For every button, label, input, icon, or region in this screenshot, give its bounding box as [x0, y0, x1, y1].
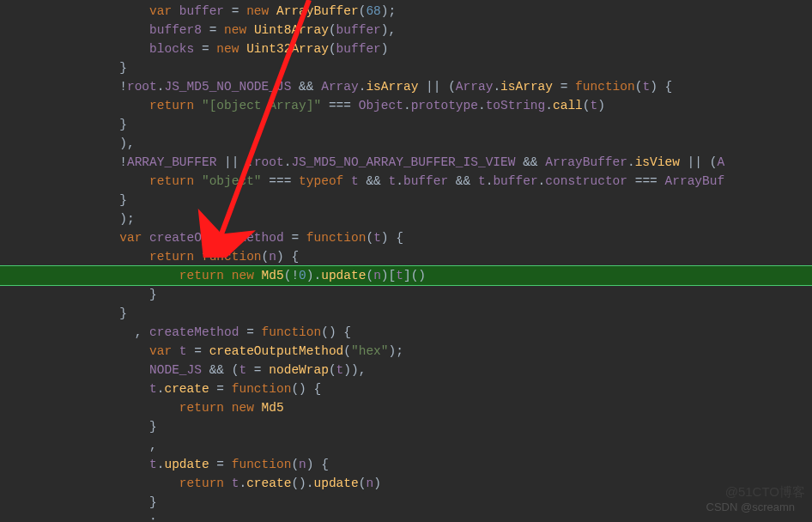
code-token: !: [119, 80, 127, 94]
code-token: nodeWrap: [269, 363, 329, 377]
code-token: [224, 269, 232, 282]
code-line[interactable]: return new Md5: [0, 398, 812, 417]
code-token: ): [373, 476, 381, 490]
code-token: && (: [202, 363, 239, 377]
code-line[interactable]: !ARRAY_BUFFER || !root.JS_MD5_NO_ARRAY_B…: [0, 153, 812, 172]
code-token: prototype: [411, 99, 478, 112]
code-line[interactable]: ),: [0, 134, 812, 153]
code-token: || (: [680, 155, 718, 169]
code-token: toString: [486, 99, 546, 112]
code-line[interactable]: }: [0, 58, 812, 77]
code-line[interactable]: }: [0, 304, 812, 323]
code-token: [239, 42, 246, 56]
code-token: var: [119, 231, 142, 245]
code-token: (: [583, 99, 591, 112]
code-token: function: [232, 458, 292, 471]
code-editor[interactable]: var buffer = new ArrayBuffer(68); buffer…: [0, 0, 812, 522]
code-line[interactable]: blocks = new Uint32Array(buffer): [0, 39, 812, 58]
code-token: NODE_JS: [149, 363, 202, 377]
code-token: constructor: [545, 174, 627, 188]
code-token: buffer: [336, 23, 381, 37]
code-token: .: [239, 476, 246, 490]
code-token: 68: [366, 4, 380, 18]
code-token: buffer: [493, 174, 537, 188]
code-token: new: [232, 401, 254, 415]
code-line[interactable]: , createMethod = function() {: [0, 323, 812, 342]
code-line[interactable]: return "object" === typeof t && t.buffer…: [0, 172, 812, 191]
code-token: [224, 476, 232, 490]
code-token: (: [291, 458, 299, 471]
code-token: [172, 4, 179, 18]
code-token: return: [179, 476, 224, 490]
code-line[interactable]: return "[object Array]" === Object.proto…: [0, 96, 812, 115]
code-token: &&: [291, 80, 321, 94]
code-token: =: [209, 382, 232, 396]
code-token: function: [262, 325, 322, 339]
code-token: ),: [119, 137, 134, 150]
code-token: (: [329, 363, 336, 377]
code-token: ): [381, 42, 389, 56]
code-token: update: [164, 458, 209, 471]
code-token: );: [119, 212, 134, 226]
code-line[interactable]: t.update = function(n) {: [0, 455, 812, 474]
code-token: ;: [149, 514, 157, 522]
code-line[interactable]: t.create = function() {: [0, 379, 812, 398]
code-token: function: [202, 250, 262, 264]
code-token: createMethod: [149, 325, 239, 339]
code-token: ().: [291, 476, 313, 490]
code-line[interactable]: return function(n) {: [0, 247, 812, 266]
code-token: (: [262, 250, 270, 264]
code-line[interactable]: var t = createOutputMethod("hex");: [0, 342, 812, 361]
code-token: ) {: [381, 231, 403, 245]
code-token: .: [627, 155, 635, 169]
code-token: .: [396, 174, 403, 188]
code-line[interactable]: return new Md5(!0).update(n)[t](): [0, 265, 812, 286]
code-token: =: [553, 80, 575, 94]
code-token: update: [314, 476, 359, 490]
code-token: t: [149, 382, 157, 396]
code-line[interactable]: var buffer = new ArrayBuffer(68);: [0, 2, 812, 21]
code-line[interactable]: ;: [0, 512, 812, 522]
code-line[interactable]: return t.create().update(n): [0, 474, 812, 493]
code-token: ](): [403, 269, 426, 282]
code-token: [142, 231, 149, 245]
code-token: ,: [135, 325, 149, 339]
code-line[interactable]: NODE_JS && (t = nodeWrap(t)),: [0, 361, 812, 379]
code-token: call: [553, 99, 583, 112]
code-token: function: [306, 231, 367, 245]
code-token: =: [194, 42, 216, 56]
code-token: t: [373, 231, 381, 245]
code-token: n: [299, 458, 306, 471]
code-token: &&: [515, 155, 545, 169]
code-line[interactable]: }: [0, 191, 812, 209]
code-token: new: [224, 23, 246, 37]
code-token: t: [591, 99, 598, 112]
code-token: (: [366, 231, 373, 245]
code-token: t: [642, 80, 650, 94]
code-token: Uint32Array: [246, 42, 329, 56]
code-token: (: [329, 23, 336, 37]
code-token: new: [216, 42, 239, 56]
code-line[interactable]: }: [0, 417, 812, 436]
code-line[interactable]: }: [0, 285, 812, 304]
code-token: &&: [359, 174, 389, 188]
code-line[interactable]: buffer8 = new Uint8Array(buffer),: [0, 21, 812, 39]
code-line[interactable]: }: [0, 115, 812, 134]
code-token: .: [493, 80, 500, 94]
code-token: root: [254, 155, 284, 169]
code-token: [246, 23, 254, 37]
code-token: Md5: [262, 269, 284, 282]
code-line[interactable]: }: [0, 493, 812, 512]
code-token: [172, 344, 179, 358]
code-line[interactable]: );: [0, 209, 812, 228]
code-token: t: [149, 458, 157, 471]
code-line[interactable]: var createOutputMethod = function(t) {: [0, 228, 812, 247]
code-token: .: [403, 99, 411, 112]
code-token: =: [202, 23, 224, 37]
code-token: [194, 174, 202, 188]
code-line[interactable]: ,: [0, 436, 812, 455]
code-token: ,: [149, 439, 157, 452]
code-token: [269, 4, 276, 18]
code-line[interactable]: !root.JS_MD5_NO_NODE_JS && Array.isArray…: [0, 77, 812, 96]
code-token: n: [373, 269, 381, 282]
